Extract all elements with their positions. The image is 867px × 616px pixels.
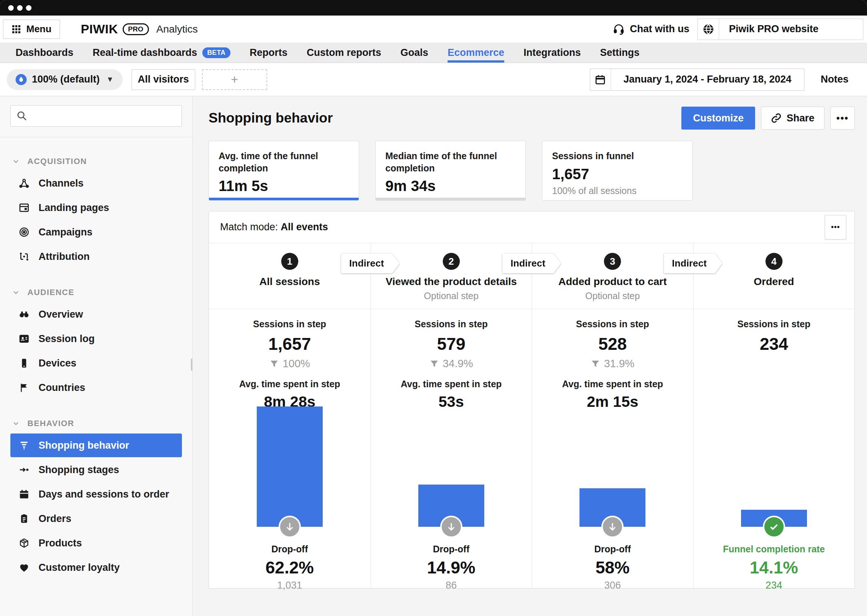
funnel-step-body: Sessions in step52831.9%Avg. time spent … xyxy=(532,309,693,527)
chevron-down-icon: ▼ xyxy=(106,75,114,84)
sidebar-resize-handle[interactable] xyxy=(191,358,193,371)
metric-card-label: Sessions in funnel xyxy=(552,150,674,162)
date-range-picker[interactable]: January 1, 2024 - February 18, 2024 xyxy=(590,69,804,91)
sidebar-item-label: Shopping stages xyxy=(39,464,119,476)
drop-off-marker xyxy=(440,516,462,538)
sidebar-section-acquisition[interactable]: ACQUISITION xyxy=(0,157,192,166)
funnel-step-header: 2Viewed the product detailsOptional step xyxy=(371,243,532,309)
sidebar-item-label: Devices xyxy=(39,358,76,369)
tab-custom-reports[interactable]: Custom reports xyxy=(307,42,381,63)
sidebar-item-landing-pages[interactable]: Landing pages xyxy=(10,196,182,220)
sidebar-item-customer-loyalty[interactable]: Customer loyalty xyxy=(10,556,182,579)
drop-off-marker xyxy=(279,516,301,538)
metric-card-label: Avg. time of the funnel completion xyxy=(219,150,341,174)
step-number-badge: 3 xyxy=(604,253,621,270)
segment-all-visitors-button[interactable]: All visitors xyxy=(132,69,195,90)
avg-time-value: 2m 15s xyxy=(587,393,638,410)
sessions-in-step-label: Sessions in step xyxy=(737,319,810,330)
sidebar-section-audience[interactable]: AUDIENCE xyxy=(0,288,192,297)
tab-goals[interactable]: Goals xyxy=(400,42,428,63)
link-icon xyxy=(771,113,782,123)
tab-integrations[interactable]: Integrations xyxy=(523,42,581,63)
chat-with-us-button[interactable]: Chat with us xyxy=(613,23,689,35)
chevron-down-icon xyxy=(12,288,20,297)
app-window: Menu PIWIK PRO Analytics Chat with us Pi… xyxy=(0,0,867,616)
metric-card-indicator xyxy=(376,198,525,200)
window-minimize-button[interactable] xyxy=(17,5,23,11)
drop-off-count: 1,031 xyxy=(277,580,302,591)
sidebar-item-products[interactable]: Products xyxy=(10,531,182,555)
notes-button[interactable]: Notes xyxy=(821,74,848,85)
sample-droplet-icon xyxy=(16,74,27,85)
tab-real-time-dashboards[interactable]: Real-time dashboardsBETA xyxy=(93,42,230,63)
share-button[interactable]: Share xyxy=(761,107,824,130)
website-label[interactable]: Piwik PRO website xyxy=(719,19,863,39)
tab-label: Dashboards xyxy=(16,47,73,58)
sidebar-item-shopping-behavior[interactable]: Shopping behavior xyxy=(10,434,182,457)
completion-check-marker xyxy=(763,516,785,538)
match-mode-text: Match mode: All events xyxy=(220,222,328,233)
tab-reports[interactable]: Reports xyxy=(250,42,287,63)
sidebar-item-label: Landing pages xyxy=(39,202,109,214)
brand-pro-badge: PRO xyxy=(123,23,149,35)
funnel-icon xyxy=(19,440,30,451)
indirect-connector-label: Indirect xyxy=(664,254,722,273)
date-range-value[interactable]: January 1, 2024 - February 18, 2024 xyxy=(611,69,804,90)
sidebar-item-channels[interactable]: Channels xyxy=(10,171,182,195)
box-icon xyxy=(19,537,30,548)
campaigns-icon xyxy=(19,226,30,238)
sidebar-item-shopping-stages[interactable]: Shopping stages xyxy=(10,458,182,482)
metric-card-avg-time-of-the-funnel-completion[interactable]: Avg. time of the funnel completion11m 5s xyxy=(209,141,359,201)
sidebar-item-countries[interactable]: Countries xyxy=(10,376,182,399)
globe-icon[interactable] xyxy=(698,19,719,39)
menu-button[interactable]: Menu xyxy=(3,20,60,39)
customize-button[interactable]: Customize xyxy=(681,107,755,130)
metric-card-median-time-of-the-funnel-completion[interactable]: Median time of the funnel completion9m 3… xyxy=(375,141,526,201)
sidebar-item-campaigns[interactable]: Campaigns xyxy=(10,220,182,244)
drop-off-label: Drop-off xyxy=(594,544,631,555)
flag-icon xyxy=(19,382,30,393)
sidebar-item-label: Shopping behavior xyxy=(39,440,129,451)
search-icon xyxy=(16,110,27,121)
sample-selector[interactable]: 100% (default) ▼ xyxy=(7,69,123,90)
sidebar-section-behavior[interactable]: BEHAVIOR xyxy=(0,419,192,428)
tab-dashboards[interactable]: Dashboards xyxy=(16,42,73,63)
sidebar-item-label: Products xyxy=(39,537,82,549)
tab-ecommerce[interactable]: Ecommerce xyxy=(448,42,504,63)
tab-label: Custom reports xyxy=(307,47,381,58)
drop-off-count: 306 xyxy=(604,580,621,591)
sidebar-search-input[interactable] xyxy=(10,105,182,127)
sidebar-item-devices[interactable]: Devices xyxy=(10,351,182,375)
sidebar-item-label: Days and sessions to order xyxy=(39,489,169,500)
step-number-badge: 1 xyxy=(281,253,298,270)
metric-card-sessions-in-funnel[interactable]: Sessions in funnel1,657100% of all sessi… xyxy=(542,141,692,201)
window-zoom-button[interactable] xyxy=(26,5,32,11)
sidebar-item-orders[interactable]: Orders xyxy=(10,507,182,531)
drop-off-marker xyxy=(601,516,624,538)
sidebar-item-label: Campaigns xyxy=(39,226,93,238)
funnel-more-button[interactable]: ••• xyxy=(825,215,846,239)
sidebar-divider xyxy=(0,137,192,137)
add-segment-button[interactable]: + xyxy=(202,69,267,90)
report-more-button[interactable]: ••• xyxy=(830,107,855,130)
window-close-button[interactable] xyxy=(8,5,14,11)
sidebar-item-label: Attribution xyxy=(39,251,90,262)
sidebar-item-days-and-sessions-to-order[interactable]: Days and sessions to order xyxy=(10,482,182,506)
window-controls[interactable] xyxy=(8,5,32,11)
chat-label: Chat with us xyxy=(630,23,689,35)
match-mode-value: All events xyxy=(281,222,328,233)
sidebar-item-session-log[interactable]: Session log xyxy=(10,327,182,350)
window-titlebar xyxy=(0,0,867,16)
step-name: Viewed the product details xyxy=(386,276,517,288)
sidebar-section-title: BEHAVIOR xyxy=(27,419,74,428)
sidebar-item-overview[interactable]: Overview xyxy=(10,302,182,326)
calendar-icon[interactable] xyxy=(590,69,611,90)
sidebar-item-attribution[interactable]: Attribution xyxy=(10,245,182,269)
metric-card-value: 11m 5s xyxy=(219,178,349,194)
drop-off-pct: 58% xyxy=(596,558,629,577)
tab-settings[interactable]: Settings xyxy=(600,42,640,63)
funnel-step-column-ordered: 4OrderedSessions in step234Funnel comple… xyxy=(693,243,855,588)
funnel-step-body: Sessions in step234 xyxy=(694,309,855,527)
website-link-box[interactable]: Piwik PRO website xyxy=(697,19,863,40)
sidebar-item-label: Countries xyxy=(39,382,85,393)
